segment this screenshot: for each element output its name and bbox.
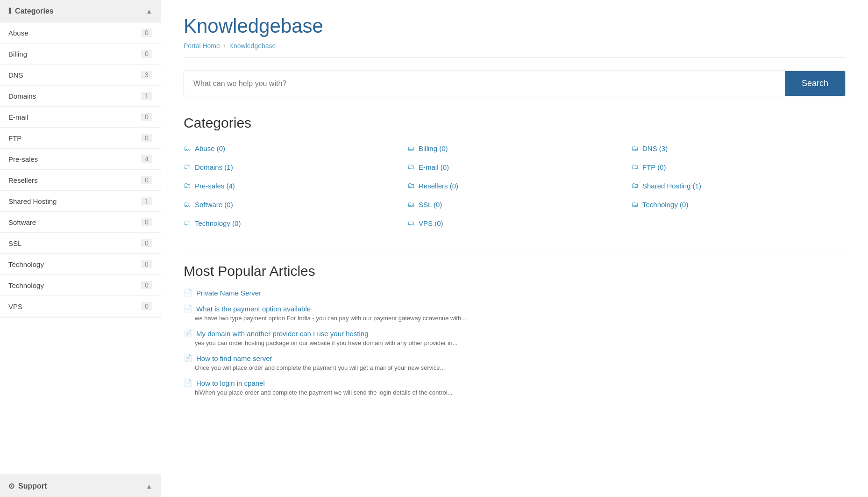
category-item[interactable]: 🗂 Software (0) [184, 196, 398, 212]
category-item[interactable]: 🗂 Domains (1) [184, 159, 398, 175]
folder-icon: 🗂 [631, 163, 639, 171]
article-title: My domain with another provider can I us… [196, 330, 369, 338]
breadcrumb-current: Knowledgebase [229, 42, 276, 50]
folder-icon: 🗂 [631, 181, 639, 190]
info-icon: ℹ [8, 7, 11, 15]
folder-icon: 🗂 [631, 200, 639, 209]
sidebar-item-label: Billing [8, 50, 27, 58]
article-link[interactable]: 📄 How to find name server [184, 354, 846, 362]
sidebar-item-count: 3 [141, 71, 152, 79]
sidebar-item-label: Pre-sales [8, 155, 38, 163]
sidebar-item[interactable]: SSL 0 [0, 233, 161, 254]
folder-icon: 🗂 [184, 200, 191, 209]
article-link[interactable]: 📄 How to login in cpanel [184, 379, 846, 387]
sidebar-item[interactable]: Technology 0 [0, 275, 161, 296]
category-item[interactable]: 🗂 VPS (0) [407, 215, 622, 231]
breadcrumb-home[interactable]: Portal Home [184, 42, 220, 50]
sidebar-item[interactable]: Software 0 [0, 212, 161, 233]
category-item[interactable]: 🗂 Abuse (0) [184, 140, 398, 156]
article-link[interactable]: 📄 My domain with another provider can I … [184, 329, 846, 338]
category-label: Pre-sales (4) [195, 182, 235, 190]
category-item[interactable]: 🗂 SSL (0) [407, 196, 622, 212]
category-item[interactable]: 🗂 FTP (0) [631, 159, 846, 175]
list-item: 📄 Private Name Server [184, 288, 846, 297]
category-item[interactable]: 🗂 Shared Hosting (1) [631, 178, 846, 194]
folder-icon: 🗂 [407, 219, 415, 227]
list-item: 📄 What is the payment option available w… [184, 304, 846, 322]
category-item[interactable]: 🗂 Pre-sales (4) [184, 178, 398, 194]
folder-icon: 🗂 [631, 144, 639, 152]
document-icon: 📄 [184, 354, 192, 362]
sidebar-item[interactable]: E-mail 0 [0, 107, 161, 128]
sidebar-item[interactable]: Billing 0 [0, 43, 161, 65]
sidebar-item[interactable]: FTP 0 [0, 128, 161, 149]
folder-icon: 🗂 [184, 219, 191, 227]
sidebar-item-count: 0 [141, 29, 152, 37]
sidebar-item-count: 0 [141, 302, 152, 310]
search-button[interactable]: Search [785, 71, 845, 96]
main-content: Knowledgebase Portal Home / Knowledgebas… [161, 0, 868, 497]
sidebar-item[interactable]: DNS 3 [0, 65, 161, 86]
article-link[interactable]: 📄 Private Name Server [184, 288, 846, 297]
article-excerpt: we have two type payment option For Indi… [184, 315, 846, 322]
article-link[interactable]: 📄 What is the payment option available [184, 304, 846, 313]
category-item[interactable]: 🗂 Technology (0) [184, 215, 398, 231]
sidebar-item-label: Technology [8, 260, 44, 268]
category-item[interactable] [631, 215, 846, 231]
sidebar-item-count: 0 [141, 134, 152, 142]
sidebar-item-count: 4 [141, 155, 152, 163]
folder-icon: 🗂 [407, 163, 415, 171]
folder-icon: 🗂 [184, 163, 191, 171]
article-excerpt: yes you can order hosting package on our… [184, 339, 846, 346]
search-container: Search [184, 71, 846, 96]
support-icon: ⊙ [8, 482, 14, 490]
list-item: 📄 How to login in cpanel hiWhen you plac… [184, 379, 846, 396]
list-item: 📄 How to find name server Once you will … [184, 354, 846, 371]
breadcrumb: Portal Home / Knowledgebase [184, 42, 846, 58]
category-item[interactable]: 🗂 Billing (0) [407, 140, 622, 156]
document-icon: 📄 [184, 288, 192, 297]
sidebar-item-count: 0 [141, 260, 152, 268]
sidebar-item-count: 0 [141, 281, 152, 289]
section-divider [184, 250, 846, 250]
chevron-up-icon: ▲ [146, 7, 152, 15]
category-label: Abuse (0) [195, 144, 225, 152]
support-chevron-up-icon: ▲ [146, 483, 152, 490]
category-item[interactable]: 🗂 DNS (3) [631, 140, 846, 156]
sidebar-item-label: E-mail [8, 113, 28, 121]
sidebar-item-label: Software [8, 218, 36, 226]
sidebar-item-label: Shared Hosting [8, 197, 57, 205]
folder-icon: 🗂 [184, 181, 191, 190]
sidebar-item-label: SSL [8, 239, 21, 247]
sidebar-item[interactable]: Pre-sales 4 [0, 149, 161, 170]
sidebar-item-count: 0 [141, 113, 152, 121]
sidebar-item[interactable]: Resellers 0 [0, 170, 161, 191]
category-item[interactable]: 🗂 E-mail (0) [407, 159, 622, 175]
sidebar-item[interactable]: Technology 0 [0, 254, 161, 275]
article-excerpt: hiWhen you place order and complete the … [184, 389, 846, 396]
sidebar-item-label: Domains [8, 92, 36, 100]
category-label: Resellers (0) [419, 182, 458, 190]
sidebar-item-label: FTP [8, 134, 21, 142]
categories-header-label: Categories [15, 7, 54, 15]
category-label: Billing (0) [419, 144, 448, 152]
sidebar-item[interactable]: VPS 0 [0, 296, 161, 317]
support-section-header[interactable]: ⊙ Support ▲ [0, 475, 161, 497]
sidebar-item[interactable]: Domains 1 [0, 86, 161, 107]
sidebar-item[interactable]: Abuse 0 [0, 22, 161, 43]
list-item: 📄 My domain with another provider can I … [184, 329, 846, 346]
article-excerpt: Once you will place order and complete t… [184, 364, 846, 371]
category-label: DNS (3) [642, 144, 668, 152]
search-input[interactable] [184, 71, 785, 96]
categories-section-header[interactable]: ℹ Categories ▲ [0, 0, 161, 22]
category-item[interactable]: 🗂 Resellers (0) [407, 178, 622, 194]
document-icon: 📄 [184, 304, 192, 313]
category-item[interactable]: 🗂 Technology (0) [631, 196, 846, 212]
folder-icon: 🗂 [184, 144, 191, 152]
article-title: How to find name server [196, 354, 272, 362]
sidebar-items-list: Abuse 0 Billing 0 DNS 3 Domains 1 E-mail… [0, 22, 161, 317]
sidebar-item-label: Technology [8, 281, 44, 289]
sidebar-item-label: Resellers [8, 176, 38, 184]
sidebar-item-label: VPS [8, 303, 22, 310]
sidebar-item[interactable]: Shared Hosting 1 [0, 191, 161, 212]
